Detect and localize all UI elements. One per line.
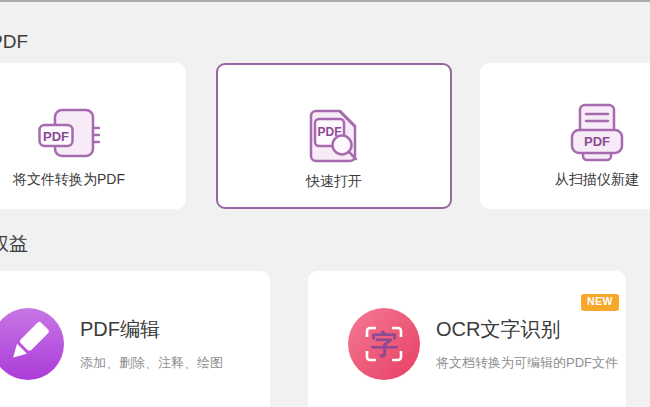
card-label: 快速打开 <box>306 173 362 191</box>
quick-open-pdf-icon: PDF <box>304 105 364 167</box>
scanner-icon: PDF <box>567 103 627 165</box>
convert-to-pdf-icon: PDF <box>38 103 100 165</box>
ocr-text-icon: 字 <box>348 308 420 380</box>
svg-text:字: 字 <box>371 330 398 360</box>
card-ocr-recognition[interactable]: 字 OCR文字识别 将文档转换为可编辑的PDF文件 NEW <box>308 271 626 407</box>
section-title-benefits: 会员权益 <box>0 231 28 257</box>
card-convert-to-pdf[interactable]: PDF 将文件转换为PDF <box>0 63 186 209</box>
svg-text:PDF: PDF <box>584 134 610 149</box>
svg-text:PDF: PDF <box>43 129 69 144</box>
window-top-border <box>0 0 650 2</box>
app-home-screen: { "window": { "background": "#F1F1F1", "… <box>0 0 650 407</box>
benefit-subtitle: 添加、删除、注释、绘图 <box>80 354 223 372</box>
card-label: 将文件转换为PDF <box>13 171 125 189</box>
benefit-title: OCR文字识别 <box>436 316 618 343</box>
benefit-subtitle: 将文档转换为可编辑的PDF文件 <box>436 354 618 372</box>
card-pdf-edit[interactable]: PDF编辑 添加、删除、注释、绘图 <box>0 271 270 407</box>
section-title-create-pdf: 创建PDF <box>0 29 28 55</box>
card-quick-open[interactable]: PDF 快速打开 <box>216 63 452 209</box>
benefit-title: PDF编辑 <box>80 316 223 343</box>
new-badge: NEW <box>581 294 619 311</box>
pencil-icon <box>0 308 64 380</box>
card-new-from-scanner[interactable]: PDF 从扫描仪新建 <box>480 63 650 209</box>
card-label: 从扫描仪新建 <box>555 171 639 189</box>
